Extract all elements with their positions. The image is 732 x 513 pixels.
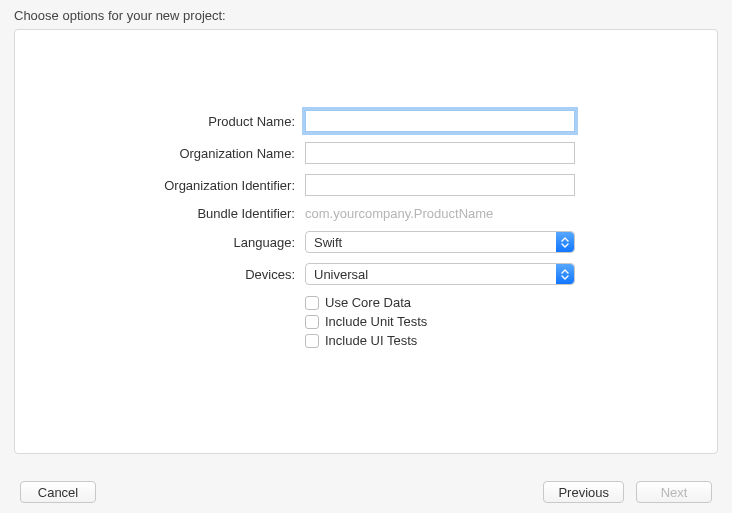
language-label: Language: [15,235,305,250]
org-name-input[interactable] [305,142,575,164]
product-name-input[interactable] [305,110,575,132]
language-select[interactable]: Swift [305,231,575,253]
button-bar: Cancel Previous Next [0,481,732,503]
devices-label: Devices: [15,267,305,282]
bundle-id-label: Bundle Identifier: [15,206,305,221]
updown-icon [556,264,574,284]
dialog-title: Choose options for your new project: [14,8,226,23]
include-ui-tests-label: Include UI Tests [325,333,417,348]
previous-button[interactable]: Previous [543,481,624,503]
include-ui-tests-checkbox[interactable] [305,334,319,348]
product-name-label: Product Name: [15,114,305,129]
bundle-id-value: com.yourcompany.ProductName [305,204,493,223]
include-unit-tests-checkbox[interactable] [305,315,319,329]
org-name-label: Organization Name: [15,146,305,161]
content-panel: Product Name: Organization Name: Organiz… [14,29,718,454]
use-core-data-checkbox[interactable] [305,296,319,310]
use-core-data-label: Use Core Data [325,295,411,310]
next-button[interactable]: Next [636,481,712,503]
updown-icon [556,232,574,252]
devices-select[interactable]: Universal [305,263,575,285]
dialog-header: Choose options for your new project: [0,0,732,29]
language-selected: Swift [314,235,342,250]
org-id-input[interactable] [305,174,575,196]
org-id-label: Organization Identifier: [15,178,305,193]
cancel-button[interactable]: Cancel [20,481,96,503]
devices-selected: Universal [314,267,368,282]
include-unit-tests-label: Include Unit Tests [325,314,427,329]
